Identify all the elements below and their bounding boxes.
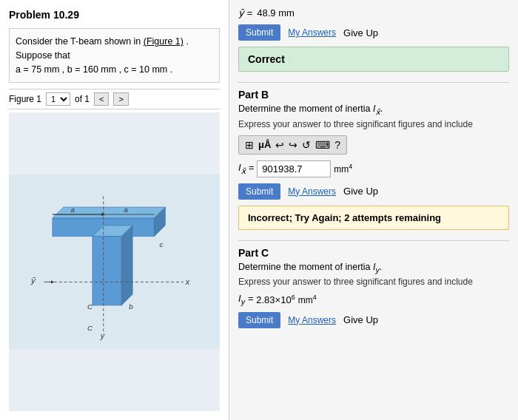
correct-box: Correct xyxy=(238,47,509,72)
part-c-give-up-label: Give Up xyxy=(343,314,378,325)
part-b-my-answers-button[interactable]: My Answers xyxy=(288,186,336,197)
part-c-formula-inline: Iy xyxy=(373,262,380,272)
description-text-1: Consider the T-beam shown in xyxy=(16,36,144,47)
undo-icon[interactable]: ↩ xyxy=(275,139,284,151)
part-c-title: Part C xyxy=(238,247,509,259)
svg-text:a: a xyxy=(71,206,75,214)
part-a-value: 48.9 mm xyxy=(257,7,295,18)
figure-svg: x y a a ȳ c b C xyxy=(9,112,220,411)
figure-of: of 1 xyxy=(75,94,90,104)
figure-select[interactable]: 1 xyxy=(46,92,70,106)
part-b-formula-inline: Ix̄ xyxy=(373,104,380,114)
svg-text:C: C xyxy=(87,302,93,311)
svg-text:x: x xyxy=(185,278,190,287)
incorrect-box: Incorrect; Try Again; 2 attempts remaini… xyxy=(238,206,509,230)
part-a-answer-row: ȳ = 48.9 mm xyxy=(238,7,509,18)
part-c-my-answers-button[interactable]: My Answers xyxy=(288,315,336,325)
svg-marker-5 xyxy=(121,226,132,305)
svg-text:a: a xyxy=(124,206,128,214)
part-a-give-up-label: Give Up xyxy=(343,27,378,38)
help-icon[interactable]: ? xyxy=(334,139,340,151)
problem-description: Consider the T-beam shown in (Figure 1) … xyxy=(9,28,220,83)
part-b-note: Express your answer to three significant… xyxy=(238,119,509,129)
part-c-value: 2.83×106 xyxy=(256,294,295,305)
part-b-title: Part B xyxy=(238,89,509,101)
part-c-submit-button[interactable]: Submit xyxy=(238,312,280,328)
part-b-unit: mm4 xyxy=(334,163,352,175)
left-panel: Problem 10.29 Consider the T-beam shown … xyxy=(0,0,229,420)
part-b-input-formula: Ix̄ = xyxy=(238,162,254,176)
part-c-input-row: Iy = 2.83×106 mm4 xyxy=(238,293,509,306)
svg-text:c: c xyxy=(159,240,163,248)
divider-ab xyxy=(238,82,509,83)
svg-marker-4 xyxy=(92,237,121,305)
part-b-input[interactable] xyxy=(257,160,331,177)
part-c-note: Express your answer to three significant… xyxy=(238,277,509,287)
part-b-give-up-label: Give Up xyxy=(343,186,378,197)
part-b-description: Determine the moment of inertia Ix̄. xyxy=(238,104,509,116)
part-a-formula: ȳ = xyxy=(238,7,252,18)
problem-title: Problem 10.29 xyxy=(9,9,220,21)
description-params: a = 75 mm , b = 160 mm , c = 10 mm . xyxy=(16,64,172,75)
part-c-input-formula: Iy = xyxy=(238,293,253,306)
part-c-desc-text: Determine the moment of inertia xyxy=(238,262,373,272)
redo-icon[interactable]: ↪ xyxy=(289,139,297,151)
refresh-icon[interactable]: ↺ xyxy=(302,139,311,151)
svg-text:C: C xyxy=(87,324,93,332)
figure-prev-button[interactable]: < xyxy=(94,92,109,106)
part-b-input-row: Ix̄ = mm4 xyxy=(238,160,509,177)
part-b-desc-text: Determine the moment of inertia xyxy=(238,104,373,114)
part-b-action-row: Submit My Answers Give Up xyxy=(238,183,509,200)
keyboard-icon[interactable]: ⌨ xyxy=(315,139,330,151)
mu-icon[interactable]: μÅ xyxy=(258,139,271,150)
part-b-submit-button[interactable]: Submit xyxy=(238,183,280,200)
figure-controls: Figure 1 1 of 1 < > xyxy=(9,89,220,109)
svg-marker-2 xyxy=(53,207,165,218)
part-a-submit-button[interactable]: Submit xyxy=(238,24,280,41)
part-c-description: Determine the moment of inertia Iy. xyxy=(238,262,509,274)
figure-canvas: x y a a ȳ c b C xyxy=(9,112,220,411)
part-c-unit: mm4 xyxy=(298,294,317,305)
part-a-action-row: Submit My Answers Give Up xyxy=(238,24,509,41)
figure-link[interactable]: (Figure 1) xyxy=(144,36,184,47)
part-b-toolbar: ⊞ μÅ ↩ ↪ ↺ ⌨ ? xyxy=(238,135,347,155)
svg-text:y: y xyxy=(100,331,105,340)
figure-next-button[interactable]: > xyxy=(113,92,128,106)
figure-label: Figure 1 xyxy=(9,94,41,104)
part-a-my-answers-button[interactable]: My Answers xyxy=(288,27,336,38)
grid-icon[interactable]: ⊞ xyxy=(245,139,254,151)
divider-bc xyxy=(238,240,509,241)
right-panel: ȳ = 48.9 mm Submit My Answers Give Up Co… xyxy=(229,0,518,420)
figure-area: Figure 1 1 of 1 < > xyxy=(9,89,220,411)
part-c-action-row: Submit My Answers Give Up xyxy=(238,312,509,328)
svg-text:b: b xyxy=(129,302,133,311)
